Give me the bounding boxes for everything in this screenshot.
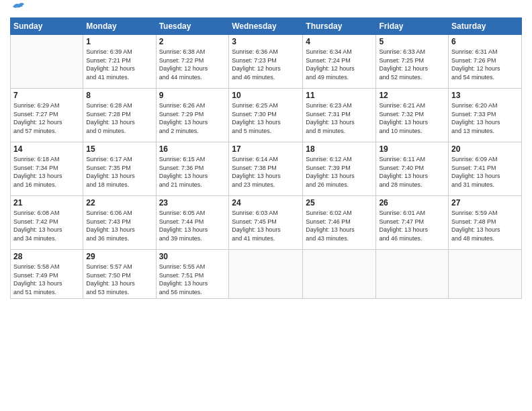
calendar-cell: 16Sunrise: 6:15 AMSunset: 7:36 PMDayligh… xyxy=(156,142,229,196)
calendar-week-row: 21Sunrise: 6:08 AMSunset: 7:42 PMDayligh… xyxy=(11,196,522,250)
day-number: 30 xyxy=(159,252,226,261)
calendar-cell: 26Sunrise: 6:01 AMSunset: 7:47 PMDayligh… xyxy=(376,196,449,250)
day-info: Sunrise: 6:20 AMSunset: 7:33 PMDaylight:… xyxy=(451,101,519,135)
calendar-cell: 2Sunrise: 6:38 AMSunset: 7:22 PMDaylight… xyxy=(156,35,229,89)
calendar-header-friday: Friday xyxy=(376,18,449,35)
day-number: 2 xyxy=(159,37,226,46)
day-number: 22 xyxy=(86,198,152,208)
bird-icon xyxy=(11,1,26,12)
day-number: 24 xyxy=(232,198,300,208)
day-number: 17 xyxy=(232,144,300,154)
day-info: Sunrise: 6:34 AMSunset: 7:24 PMDaylight:… xyxy=(306,48,373,81)
calendar-week-row: 1Sunrise: 6:39 AMSunset: 7:21 PMDaylight… xyxy=(11,35,522,89)
day-number: 12 xyxy=(379,91,445,100)
day-info: Sunrise: 6:02 AMSunset: 7:46 PMDaylight:… xyxy=(306,209,373,242)
day-info: Sunrise: 6:18 AMSunset: 7:34 PMDaylight:… xyxy=(13,155,80,189)
day-number: 19 xyxy=(379,144,445,154)
calendar-header-sunday: Sunday xyxy=(11,18,83,35)
calendar-cell: 12Sunrise: 6:21 AMSunset: 7:32 PMDayligh… xyxy=(376,89,449,142)
calendar-header-row: SundayMondayTuesdayWednesdayThursdayFrid… xyxy=(11,18,522,35)
calendar-cell: 22Sunrise: 6:06 AMSunset: 7:43 PMDayligh… xyxy=(83,196,156,250)
day-info: Sunrise: 6:29 AMSunset: 7:27 PMDaylight:… xyxy=(13,101,80,135)
day-info: Sunrise: 6:38 AMSunset: 7:22 PMDaylight:… xyxy=(159,48,226,81)
day-number: 1 xyxy=(86,37,152,46)
calendar-cell: 20Sunrise: 6:09 AMSunset: 7:41 PMDayligh… xyxy=(449,142,522,196)
header xyxy=(10,7,522,12)
calendar-cell: 8Sunrise: 6:28 AMSunset: 7:28 PMDaylight… xyxy=(83,89,156,142)
day-number: 20 xyxy=(451,144,519,154)
calendar-header-thursday: Thursday xyxy=(303,18,376,35)
calendar-cell: 13Sunrise: 6:20 AMSunset: 7:33 PMDayligh… xyxy=(449,89,522,142)
day-number: 5 xyxy=(379,37,445,46)
day-info: Sunrise: 6:08 AMSunset: 7:42 PMDaylight:… xyxy=(13,209,80,242)
day-number: 28 xyxy=(13,252,80,261)
calendar-cell: 27Sunrise: 5:59 AMSunset: 7:48 PMDayligh… xyxy=(449,196,522,250)
calendar-cell: 9Sunrise: 6:26 AMSunset: 7:29 PMDaylight… xyxy=(156,89,229,142)
day-number: 18 xyxy=(306,144,373,154)
calendar-week-row: 14Sunrise: 6:18 AMSunset: 7:34 PMDayligh… xyxy=(11,142,522,196)
day-info: Sunrise: 5:55 AMSunset: 7:51 PMDaylight:… xyxy=(159,263,226,296)
calendar-cell: 21Sunrise: 6:08 AMSunset: 7:42 PMDayligh… xyxy=(11,196,83,250)
logo xyxy=(10,7,26,12)
calendar-cell: 30Sunrise: 5:55 AMSunset: 7:51 PMDayligh… xyxy=(156,250,229,299)
day-number: 4 xyxy=(306,37,373,46)
day-number: 14 xyxy=(13,144,80,154)
day-number: 29 xyxy=(86,252,152,261)
calendar-cell: 18Sunrise: 6:12 AMSunset: 7:39 PMDayligh… xyxy=(303,142,376,196)
day-info: Sunrise: 6:21 AMSunset: 7:32 PMDaylight:… xyxy=(379,101,445,135)
day-number: 3 xyxy=(232,37,300,46)
calendar-cell: 4Sunrise: 6:34 AMSunset: 7:24 PMDaylight… xyxy=(303,35,376,89)
day-info: Sunrise: 6:17 AMSunset: 7:35 PMDaylight:… xyxy=(86,155,152,189)
calendar-header-tuesday: Tuesday xyxy=(156,18,229,35)
calendar-cell: 28Sunrise: 5:58 AMSunset: 7:49 PMDayligh… xyxy=(11,250,83,299)
calendar-cell xyxy=(229,250,303,299)
day-info: Sunrise: 6:31 AMSunset: 7:26 PMDaylight:… xyxy=(451,48,519,81)
day-info: Sunrise: 6:03 AMSunset: 7:45 PMDaylight:… xyxy=(232,209,300,242)
calendar-cell: 15Sunrise: 6:17 AMSunset: 7:35 PMDayligh… xyxy=(83,142,156,196)
day-info: Sunrise: 6:26 AMSunset: 7:29 PMDaylight:… xyxy=(159,101,226,135)
day-info: Sunrise: 6:33 AMSunset: 7:25 PMDaylight:… xyxy=(379,48,445,81)
day-info: Sunrise: 6:11 AMSunset: 7:40 PMDaylight:… xyxy=(379,155,445,189)
day-info: Sunrise: 6:01 AMSunset: 7:47 PMDaylight:… xyxy=(379,209,445,242)
calendar-cell: 7Sunrise: 6:29 AMSunset: 7:27 PMDaylight… xyxy=(11,89,83,142)
day-info: Sunrise: 6:06 AMSunset: 7:43 PMDaylight:… xyxy=(86,209,152,242)
day-number: 10 xyxy=(232,91,300,100)
day-info: Sunrise: 5:58 AMSunset: 7:49 PMDaylight:… xyxy=(13,263,80,296)
calendar-cell: 25Sunrise: 6:02 AMSunset: 7:46 PMDayligh… xyxy=(303,196,376,250)
day-number: 26 xyxy=(379,198,445,208)
calendar-cell xyxy=(11,35,83,89)
day-number: 9 xyxy=(159,91,226,100)
day-number: 16 xyxy=(159,144,226,154)
day-number: 6 xyxy=(451,37,519,46)
calendar-cell xyxy=(303,250,376,299)
calendar-cell: 10Sunrise: 6:25 AMSunset: 7:30 PMDayligh… xyxy=(229,89,303,142)
day-number: 8 xyxy=(86,91,152,100)
day-info: Sunrise: 6:25 AMSunset: 7:30 PMDaylight:… xyxy=(232,101,300,135)
day-number: 23 xyxy=(159,198,226,208)
calendar-week-row: 28Sunrise: 5:58 AMSunset: 7:49 PMDayligh… xyxy=(11,250,522,299)
day-number: 11 xyxy=(306,91,373,100)
day-info: Sunrise: 6:14 AMSunset: 7:38 PMDaylight:… xyxy=(232,155,300,189)
calendar-cell: 29Sunrise: 5:57 AMSunset: 7:50 PMDayligh… xyxy=(83,250,156,299)
calendar-cell: 23Sunrise: 6:05 AMSunset: 7:44 PMDayligh… xyxy=(156,196,229,250)
calendar-cell: 17Sunrise: 6:14 AMSunset: 7:38 PMDayligh… xyxy=(229,142,303,196)
day-number: 15 xyxy=(86,144,152,154)
calendar-cell: 6Sunrise: 6:31 AMSunset: 7:26 PMDaylight… xyxy=(449,35,522,89)
calendar-table: SundayMondayTuesdayWednesdayThursdayFrid… xyxy=(10,17,522,299)
calendar-header-wednesday: Wednesday xyxy=(229,18,303,35)
calendar-cell xyxy=(376,250,449,299)
day-info: Sunrise: 5:57 AMSunset: 7:50 PMDaylight:… xyxy=(86,263,152,296)
calendar-cell: 24Sunrise: 6:03 AMSunset: 7:45 PMDayligh… xyxy=(229,196,303,250)
day-info: Sunrise: 6:09 AMSunset: 7:41 PMDaylight:… xyxy=(451,155,519,189)
calendar-cell xyxy=(449,250,522,299)
day-number: 21 xyxy=(13,198,80,208)
calendar-cell: 19Sunrise: 6:11 AMSunset: 7:40 PMDayligh… xyxy=(376,142,449,196)
day-info: Sunrise: 6:12 AMSunset: 7:39 PMDaylight:… xyxy=(306,155,373,189)
calendar-cell: 1Sunrise: 6:39 AMSunset: 7:21 PMDaylight… xyxy=(83,35,156,89)
day-number: 7 xyxy=(13,91,80,100)
day-info: Sunrise: 5:59 AMSunset: 7:48 PMDaylight:… xyxy=(451,209,519,242)
calendar-cell: 5Sunrise: 6:33 AMSunset: 7:25 PMDaylight… xyxy=(376,35,449,89)
calendar-header-saturday: Saturday xyxy=(449,18,522,35)
day-info: Sunrise: 6:05 AMSunset: 7:44 PMDaylight:… xyxy=(159,209,226,242)
calendar-cell: 11Sunrise: 6:23 AMSunset: 7:31 PMDayligh… xyxy=(303,89,376,142)
